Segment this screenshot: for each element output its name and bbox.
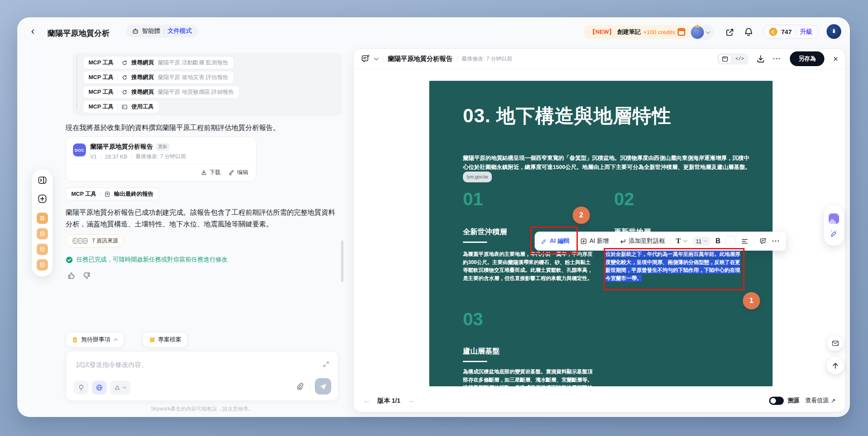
mcp-step-row[interactable]: MCP 工具 搜尋網頁 蘭陽平原 活動斷層 監測報告 — [83, 56, 234, 69]
mcp-query: 蘭陽平原 活動斷層 監測報告 — [158, 59, 228, 67]
thinking-mode-button[interactable] — [74, 381, 89, 395]
document-panel-footer: ← 版本 1/1 → 溯源 查看信源 ↗ — [354, 389, 845, 412]
bell-icon — [744, 27, 754, 37]
sources-chip[interactable]: 7 資訊來源 — [66, 234, 124, 248]
report-section-title: 03. 地下構造與地層特性 — [463, 103, 671, 129]
divider — [670, 237, 671, 245]
font-size-dropdown[interactable]: 11 — [693, 237, 710, 246]
model-selector[interactable] — [110, 381, 130, 395]
section-number: 02 — [614, 189, 634, 210]
code-mode-button[interactable]: </> — [732, 55, 747, 62]
new-task-icon[interactable] — [38, 194, 47, 204]
agent-mode-label[interactable]: 智能體 — [142, 27, 160, 35]
chat-input[interactable]: 試試發送指令修改內容。 — [76, 361, 148, 369]
page-title: 蘭陽平原地質分析 — [48, 28, 110, 38]
view-sources-link[interactable]: 查看信源 — [805, 397, 829, 404]
annotation-marker-2: 2 — [573, 207, 590, 224]
collapse-panel-icon[interactable] — [38, 175, 47, 185]
divider — [38, 208, 47, 208]
close-panel-icon[interactable]: × — [833, 54, 838, 64]
dashboard-shortcut-icon[interactable] — [37, 213, 48, 224]
database-shortcut-icon[interactable] — [37, 228, 48, 239]
sources-count-label: 7 資訊來源 — [92, 237, 118, 245]
ai-edit-pen-icon[interactable] — [830, 229, 838, 238]
divider — [354, 69, 845, 69]
chat-input-card[interactable]: 試試發送指令修改內容。 — [66, 351, 339, 401]
bold-button[interactable]: B — [716, 237, 721, 245]
save-as-button[interactable]: 另存為 — [790, 51, 825, 66]
mcp-query: 蘭陽平原 坡地災害 評估報告 — [158, 73, 228, 81]
align-icon[interactable] — [741, 238, 748, 245]
disclaimer-note: Skywork產生的內容可能有誤，請注意檢查。 — [66, 405, 339, 413]
view-mode-segmented[interactable]: </> — [717, 53, 748, 65]
model-icon — [114, 385, 120, 391]
doc-chat-icon[interactable] — [361, 54, 370, 64]
mode-switcher[interactable]: 智能體 文件模式 — [126, 25, 198, 38]
assistant-message: 現在我將基於收集到的資料撰寫蘭陽平原工程前期評估地質分析報告。 — [66, 122, 342, 134]
doc-file-icon: DOC — [73, 143, 86, 156]
document-card[interactable]: DOC 蘭陽平原地質分析報告 更新 V1 28.37 KB 最後修改: 7 分钟… — [66, 137, 257, 181]
preview-mode-button[interactable] — [719, 54, 732, 64]
thumbs-up-icon[interactable] — [67, 271, 76, 280]
clipboard-icon — [72, 337, 78, 343]
chevron-down-icon[interactable] — [374, 57, 379, 60]
upgrade-button[interactable]: 升級 — [800, 28, 812, 36]
download-doc-icon[interactable] — [756, 54, 765, 64]
send-button[interactable] — [315, 378, 331, 395]
back-chevron-icon[interactable]: ‹ — [31, 27, 35, 35]
search-web-icon — [122, 75, 127, 80]
heading-underline — [463, 242, 487, 243]
user-avatar[interactable] — [827, 24, 841, 39]
mcp-step-row[interactable]: MCP 工具 搜尋網頁 蘭陽平原 地質敏感區 詳細報告 — [83, 86, 240, 99]
divider — [457, 55, 457, 62]
chevron-down-icon — [703, 240, 707, 242]
credits-count: 747 — [781, 29, 792, 35]
ai-add-button[interactable]: AI 新增 — [580, 237, 609, 245]
mcp-step-row[interactable]: MCP 工具 使用工具 — [83, 100, 159, 113]
more-options-icon[interactable]: ··· — [773, 55, 781, 63]
mcp-output-row[interactable]: MCP 工具 輸出最終的報告 — [66, 188, 159, 200]
use-tool-icon — [122, 104, 127, 110]
share-button[interactable] — [725, 28, 735, 39]
divider — [117, 75, 118, 80]
feedback-button[interactable] — [827, 335, 843, 351]
account-switcher[interactable] — [690, 25, 714, 40]
edit-button[interactable]: 编辑 — [228, 169, 248, 176]
share-icon — [725, 28, 735, 37]
thumbs-down-icon[interactable] — [82, 271, 91, 280]
prev-version-icon[interactable]: ← — [363, 396, 371, 405]
globe-icon — [96, 384, 103, 391]
database-shortcut-icon[interactable] — [37, 259, 48, 271]
web-search-toggle[interactable] — [92, 381, 107, 395]
mcp-step-row[interactable]: MCP 工具 搜尋網頁 蘭陽平原 坡地災害 評估報告 — [83, 71, 234, 84]
divider — [795, 29, 796, 35]
next-version-icon[interactable]: → — [407, 396, 415, 405]
source-link-chip[interactable]: lym.gov.tw — [463, 172, 492, 182]
divider — [117, 104, 118, 110]
toolbar-more-icon[interactable]: ··· — [772, 237, 780, 245]
credits-upgrade-pill[interactable]: C 747 升級 — [763, 25, 819, 39]
ai-image-icon[interactable] — [829, 213, 839, 224]
attach-icon[interactable] — [296, 382, 304, 391]
mcp-label: MCP 工具 — [89, 103, 114, 111]
doc-mode-label[interactable]: 文件模式 — [168, 27, 192, 35]
promo-banner[interactable]: 【NEW】 創建筆記 +100 credits — [584, 25, 691, 39]
text-color-swatch[interactable] — [725, 236, 736, 246]
project-files-chip[interactable]: 專案檔案 — [143, 332, 187, 347]
database-shortcut-icon[interactable] — [37, 244, 48, 255]
todo-chip[interactable]: 無待辦事項 — [66, 332, 124, 347]
download-button[interactable]: 下载 — [201, 169, 221, 176]
trace-toggle[interactable] — [769, 397, 784, 405]
text-style-dropdown[interactable]: T — [676, 237, 687, 245]
download-icon — [201, 169, 207, 175]
scroll-to-top-button[interactable] — [827, 357, 844, 374]
expand-input-icon[interactable] — [323, 361, 329, 368]
mcp-action: 使用工具 — [131, 103, 154, 111]
document-modified: 最後修改: 7 分钟以前 — [462, 55, 512, 63]
comment-icon[interactable] — [759, 238, 767, 245]
promo-credits: +100 credits — [643, 29, 675, 35]
chat-scrollbar[interactable] — [341, 240, 343, 282]
doc-modified: 最後修改: 7 分钟以前 — [136, 153, 186, 160]
annotation-box-2 — [530, 226, 578, 254]
add-to-chat-button[interactable]: 添加至對話框 — [620, 237, 665, 245]
